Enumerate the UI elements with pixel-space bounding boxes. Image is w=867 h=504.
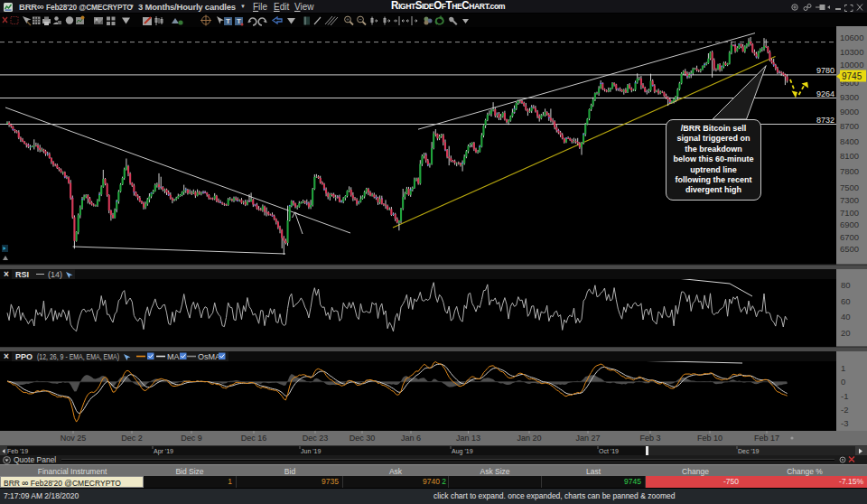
- svg-text:8400: 8400: [840, 136, 859, 146]
- svg-text:1: 1: [841, 363, 845, 373]
- svg-text:RSI: RSI: [15, 270, 29, 279]
- svg-text:40: 40: [841, 312, 851, 322]
- svg-text:(12, 26, 9 - EMA, EMA, EMA): (12, 26, 9 - EMA, EMA, EMA): [37, 352, 119, 361]
- svg-text:-2: -2: [841, 405, 848, 415]
- svg-text:-3: -3: [841, 418, 848, 428]
- svg-text:6700: 6700: [840, 232, 859, 242]
- svg-text:10600: 10600: [840, 33, 863, 42]
- svg-text:20: 20: [841, 328, 851, 338]
- svg-text:×: ×: [4, 351, 9, 361]
- svg-text:7300: 7300: [840, 195, 859, 205]
- svg-text:PPO: PPO: [15, 352, 33, 361]
- svg-text:9780: 9780: [816, 66, 834, 75]
- svg-text:10300: 10300: [840, 47, 863, 57]
- svg-text:8700: 8700: [840, 121, 859, 131]
- svg-text:7800: 7800: [840, 166, 859, 176]
- svg-text:10000: 10000: [840, 60, 863, 70]
- svg-text:8100: 8100: [840, 151, 859, 161]
- svg-text:8732: 8732: [816, 116, 834, 125]
- svg-text:6500: 6500: [840, 244, 859, 254]
- svg-text:9745: 9745: [842, 71, 862, 81]
- svg-text:80: 80: [841, 280, 851, 290]
- svg-text:×: ×: [4, 269, 9, 279]
- svg-text:MA: MA: [167, 352, 180, 361]
- svg-text:0: 0: [841, 377, 845, 387]
- svg-text:OsMA: OsMA: [198, 352, 220, 361]
- svg-text:9300: 9300: [840, 92, 859, 102]
- svg-text:-1: -1: [841, 391, 848, 401]
- svg-text:(14): (14): [48, 270, 62, 279]
- svg-text:9000: 9000: [840, 107, 859, 117]
- svg-text:9264: 9264: [816, 89, 834, 98]
- svg-text:7100: 7100: [840, 208, 859, 218]
- svg-text:7500: 7500: [840, 182, 859, 192]
- svg-text:60: 60: [841, 296, 851, 306]
- svg-text:6900: 6900: [840, 219, 859, 229]
